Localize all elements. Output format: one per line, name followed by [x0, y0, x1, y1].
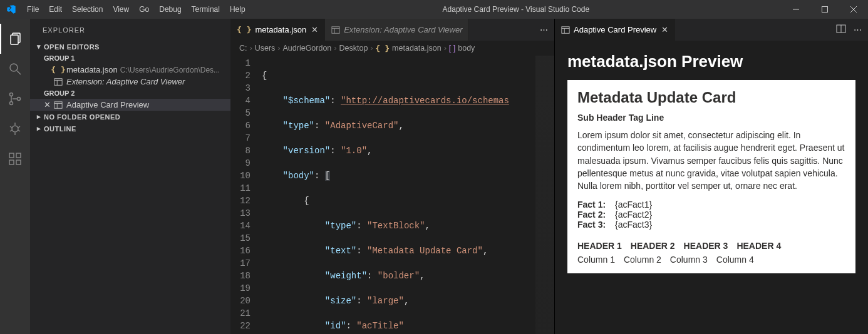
explorer-sidebar: EXPLORER ▾ OPEN EDITORS GROUP 1 { } meta…	[30, 19, 230, 334]
editor-group-2: Adaptive Card Preview ✕ ⋯ metadata.json …	[555, 19, 868, 334]
menu-bar: File Edit Selection View Go Debug Termin…	[22, 5, 251, 14]
svg-rect-18	[9, 153, 14, 158]
adaptive-card: Metadata Update Card Sub Header Tag Line…	[567, 80, 855, 273]
close-icon[interactable]: ✕	[41, 100, 53, 109]
preview-file-icon	[53, 101, 64, 109]
debug-icon[interactable]	[0, 114, 30, 144]
menu-selection[interactable]: Selection	[67, 5, 108, 14]
column-row: Column 1Column 2Column 3Column 4	[577, 255, 845, 265]
column-headers: HEADER 1HEADER 2HEADER 3HEADER 4	[577, 241, 845, 251]
tab-metadata[interactable]: { } metadata.json ✕	[230, 19, 325, 41]
svg-rect-1	[822, 7, 828, 13]
svg-line-14	[18, 126, 20, 128]
chevron-down-icon: ▾	[34, 43, 44, 51]
breadcrumb[interactable]: C:› Users› AudrieGordon› Desktop› { } me…	[230, 41, 554, 56]
close-icon[interactable]: ✕	[661, 25, 668, 34]
window-title: Adaptive Card Preview - Visual Studio Co…	[251, 5, 782, 14]
svg-rect-25	[54, 101, 62, 108]
svg-rect-19	[9, 160, 14, 164]
svg-line-16	[18, 130, 20, 131]
card-body-text: Lorem ipsum dolor sit amet, consectetur …	[577, 129, 845, 192]
menu-terminal[interactable]: Terminal	[187, 5, 225, 14]
json-file-icon: { }	[237, 25, 251, 34]
chevron-right-icon: ▸	[34, 124, 44, 133]
svg-rect-22	[54, 78, 62, 85]
svg-point-9	[10, 102, 13, 105]
menu-debug[interactable]: Debug	[154, 5, 186, 14]
menu-edit[interactable]: Edit	[44, 5, 67, 14]
split-editor-icon[interactable]	[836, 24, 846, 36]
card-subheader: Sub Header Tag Line	[577, 113, 845, 123]
close-button[interactable]	[839, 0, 868, 19]
svg-point-10	[18, 98, 21, 101]
tab-bar: Adaptive Card Preview ✕ ⋯	[555, 19, 868, 41]
fact-set: Fact 1:{acFact1} Fact 2:{acFact2} Fact 3…	[577, 200, 845, 230]
maximize-button[interactable]	[810, 0, 839, 19]
fact-row: Fact 1:{acFact1}	[577, 200, 845, 210]
preview-file-icon	[53, 78, 64, 86]
open-editors-section[interactable]: ▾ OPEN EDITORS	[30, 41, 230, 53]
menu-file[interactable]: File	[22, 5, 44, 14]
menu-help[interactable]: Help	[225, 5, 251, 14]
group-2-label: GROUP 2	[30, 88, 230, 99]
vscode-logo-icon	[0, 4, 22, 14]
more-actions-icon[interactable]: ⋯	[540, 25, 548, 34]
svg-rect-31	[562, 26, 569, 33]
minimap[interactable]	[535, 56, 554, 334]
title-bar: File Edit Selection View Go Debug Termin…	[0, 0, 868, 19]
card-title: Metadata Update Card	[577, 89, 845, 106]
minimize-button[interactable]	[782, 0, 810, 19]
preview-panel: metadata.json Preview Metadata Update Ca…	[555, 41, 868, 334]
preview-file-icon	[331, 26, 340, 34]
svg-rect-28	[332, 26, 339, 33]
preview-file-icon	[561, 26, 570, 34]
json-file-icon: { }	[53, 65, 64, 74]
open-editor-metadata[interactable]: { } metadata.json C:\Users\AudrieGordon\…	[30, 64, 230, 76]
line-numbers: 12345678910111213141516171819202122	[230, 56, 262, 334]
search-icon[interactable]	[0, 54, 30, 84]
no-folder-section[interactable]: ▸ NO FOLDER OPENED	[30, 111, 230, 123]
activity-bar	[0, 19, 30, 334]
svg-rect-21	[16, 153, 21, 158]
svg-line-15	[10, 130, 12, 131]
code-content[interactable]: { "$schema": "http://adaptivecards.io/sc…	[262, 56, 535, 334]
editor-group-1: { } metadata.json ✕ Extension: Adaptive …	[230, 19, 555, 334]
array-icon: [ ]	[449, 44, 455, 53]
menu-go[interactable]: Go	[134, 5, 154, 14]
open-editor-extension[interactable]: Extension: Adaptive Card Viewer	[30, 76, 230, 88]
svg-point-11	[12, 126, 18, 132]
close-icon[interactable]: ✕	[311, 25, 318, 34]
svg-point-6	[10, 64, 18, 71]
chevron-right-icon: ▸	[34, 113, 44, 121]
tab-preview[interactable]: Adaptive Card Preview ✕	[555, 19, 675, 41]
more-actions-icon[interactable]: ⋯	[854, 25, 862, 34]
source-control-icon[interactable]	[0, 84, 30, 114]
svg-rect-20	[16, 160, 21, 164]
svg-line-7	[17, 71, 21, 74]
menu-view[interactable]: View	[108, 5, 134, 14]
extensions-icon[interactable]	[0, 144, 30, 174]
svg-line-13	[10, 126, 12, 128]
group-1-label: GROUP 1	[30, 53, 230, 64]
svg-rect-5	[11, 35, 18, 44]
preview-title: metadata.json Preview	[567, 52, 855, 71]
outline-section[interactable]: ▸ OUTLINE	[30, 123, 230, 134]
code-editor[interactable]: 12345678910111213141516171819202122 { "$…	[230, 56, 554, 334]
tab-bar: { } metadata.json ✕ Extension: Adaptive …	[230, 19, 554, 41]
fact-row: Fact 2:{acFact2}	[577, 210, 845, 220]
svg-point-8	[10, 93, 13, 96]
tab-extension[interactable]: Extension: Adaptive Card Viewer	[325, 19, 469, 41]
explorer-title: EXPLORER	[30, 19, 230, 41]
explorer-icon[interactable]	[0, 24, 30, 54]
fact-row: Fact 3:{acFact3}	[577, 220, 845, 230]
json-file-icon: { }	[376, 44, 390, 53]
open-editor-preview[interactable]: ✕ Adaptive Card Preview	[30, 99, 230, 111]
